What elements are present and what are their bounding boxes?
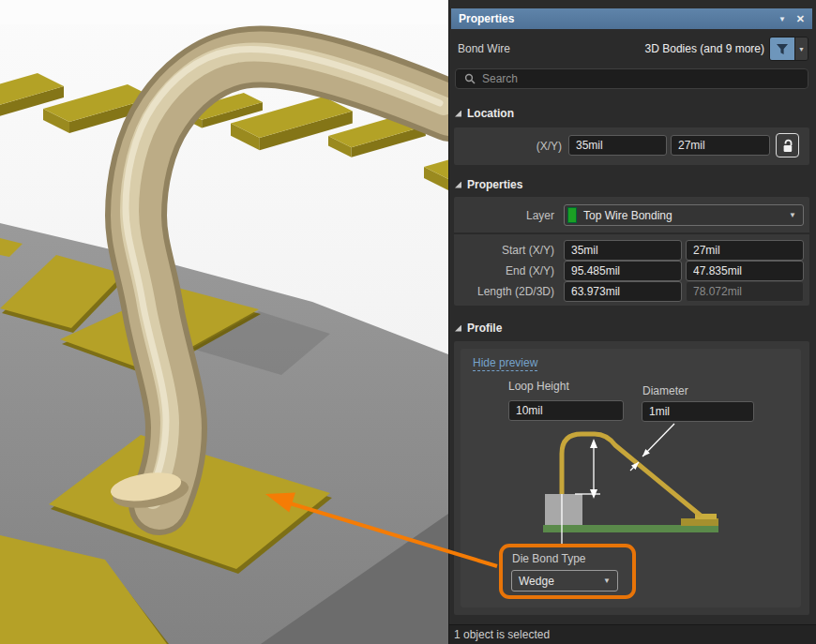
location-y-input[interactable] <box>671 135 770 156</box>
object-type-label: Bond Wire <box>458 42 510 55</box>
die-bond-type-label: Die Bond Type <box>512 552 586 565</box>
bond-wire-profile-diagram <box>538 422 726 548</box>
search-icon <box>464 73 476 84</box>
section-header-location[interactable]: Location <box>455 107 514 120</box>
die-bond-type-dropdown[interactable]: Wedge ▼ <box>511 570 618 592</box>
status-text: 1 object is selected <box>454 628 550 641</box>
panel-titlebar[interactable]: Properties ▼ ✕ <box>451 8 812 29</box>
panel-title: Properties <box>459 12 514 25</box>
loop-height-input[interactable] <box>508 400 624 421</box>
end-xy-label: End (X/Y) <box>461 264 554 277</box>
die-block <box>545 494 582 525</box>
chevron-down-icon: ▼ <box>789 211 803 219</box>
divider <box>454 232 809 234</box>
properties-panel: Properties ▼ ✕ Bond Wire 3D Bodies (and … <box>448 0 816 644</box>
start-y-input[interactable] <box>686 240 804 261</box>
collapse-triangle-icon <box>455 325 461 332</box>
diameter-label: Diameter <box>642 384 688 397</box>
filter-dropdown-button[interactable]: ▼ <box>794 37 808 60</box>
3d-viewport[interactable] <box>0 0 448 644</box>
hide-preview-link[interactable]: Hide preview <box>473 356 537 371</box>
section-header-profile[interactable]: Profile <box>455 322 502 335</box>
target-pad <box>681 518 718 526</box>
collapse-triangle-icon <box>455 182 461 188</box>
pcb-strip <box>543 525 718 532</box>
length-2d-input[interactable] <box>564 281 682 302</box>
collapse-triangle-icon <box>455 111 461 117</box>
length-label: Length (2D/3D) <box>456 285 554 298</box>
profile-wire <box>562 434 701 516</box>
length-3d-input <box>686 281 804 302</box>
status-bar: 1 object is selected <box>449 624 816 644</box>
xy-label: (X/Y) <box>468 140 562 153</box>
panel-close-icon[interactable]: ✕ <box>796 8 805 29</box>
location-x-input[interactable] <box>568 135 667 156</box>
layer-value: Top Wire Bonding <box>583 209 672 222</box>
search-input[interactable] <box>482 72 808 85</box>
filter-button[interactable] <box>770 37 794 60</box>
diameter-input[interactable] <box>642 401 754 422</box>
lock-button[interactable] <box>776 133 799 157</box>
funnel-icon <box>776 43 789 55</box>
layer-color-swatch <box>567 207 577 223</box>
start-x-input[interactable] <box>564 240 682 261</box>
object-filter-control[interactable]: ▼ <box>769 37 808 61</box>
loop-height-label: Loop Height <box>508 380 569 393</box>
end-y-input[interactable] <box>686 261 804 281</box>
search-box[interactable] <box>455 68 808 89</box>
die-bond-type-value: Wedge <box>512 575 554 588</box>
chevron-down-icon: ▼ <box>603 577 617 585</box>
section-header-properties[interactable]: Properties <box>455 178 522 191</box>
start-xy-label: Start (X/Y) <box>461 244 554 257</box>
layer-dropdown[interactable]: Top Wire Bonding ▼ <box>564 204 804 226</box>
filter-scope-label: 3D Bodies (and 9 more) <box>645 42 764 55</box>
unlock-icon <box>781 139 793 153</box>
end-x-input[interactable] <box>564 261 682 281</box>
panel-menu-caret-icon[interactable]: ▼ <box>778 9 786 30</box>
layer-label: Layer <box>461 209 554 222</box>
